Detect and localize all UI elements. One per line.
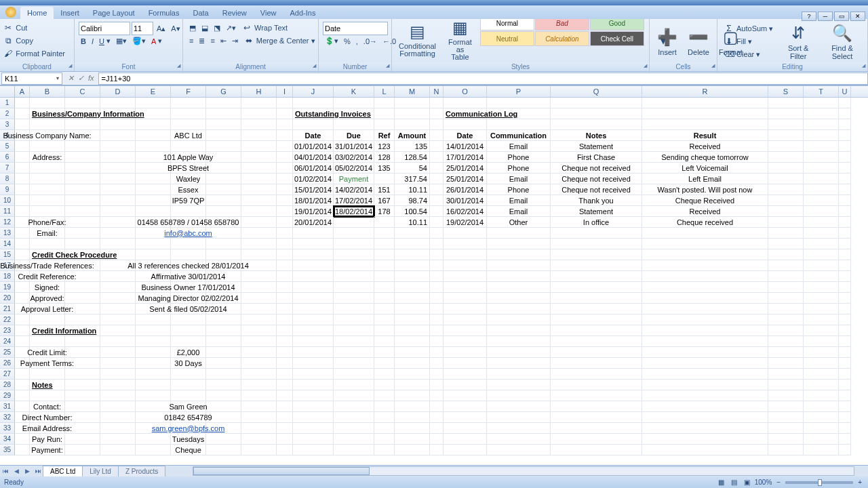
cell[interactable] <box>395 347 430 358</box>
cell[interactable]: Cheque not received <box>551 163 642 174</box>
cell[interactable] <box>30 239 65 249</box>
row-header[interactable]: 23 <box>0 325 15 336</box>
cell[interactable] <box>241 195 277 206</box>
cell[interactable] <box>136 195 171 206</box>
cell[interactable] <box>642 271 768 282</box>
zoom-in-button[interactable]: + <box>856 478 864 487</box>
cell[interactable] <box>136 445 171 455</box>
cell[interactable]: 54 <box>395 163 430 174</box>
cell[interactable] <box>277 163 293 174</box>
cell[interactable] <box>839 445 851 455</box>
number-format-select[interactable] <box>323 22 388 35</box>
cell[interactable] <box>293 304 334 314</box>
cell[interactable] <box>65 184 100 195</box>
cell[interactable] <box>430 217 443 228</box>
cell[interactable] <box>839 260 851 271</box>
cell[interactable] <box>334 260 374 271</box>
cell[interactable] <box>551 358 642 369</box>
cell[interactable]: 30 Days <box>171 358 206 369</box>
comma-button[interactable]: , <box>354 37 360 46</box>
cell[interactable] <box>293 358 334 369</box>
cell[interactable] <box>804 434 839 445</box>
cell[interactable] <box>206 98 241 108</box>
cell[interactable] <box>65 390 100 401</box>
cell[interactable] <box>487 380 551 390</box>
orientation-button[interactable]: ↗▾ <box>224 23 238 33</box>
cell[interactable] <box>804 249 839 260</box>
cell[interactable] <box>395 271 430 282</box>
cell[interactable] <box>277 108 293 119</box>
cell[interactable]: 100.54 <box>395 206 430 217</box>
cell[interactable] <box>642 228 768 239</box>
col-header-A[interactable]: A <box>15 86 30 97</box>
cell[interactable] <box>551 325 642 336</box>
cell[interactable] <box>804 98 839 108</box>
cell[interactable] <box>487 314 551 325</box>
cell[interactable] <box>551 293 642 304</box>
cell[interactable] <box>374 314 395 325</box>
cell[interactable] <box>277 282 293 293</box>
cell[interactable] <box>395 401 430 412</box>
cell[interactable] <box>443 369 487 380</box>
cell[interactable] <box>65 314 100 325</box>
row-header[interactable]: 22 <box>0 314 15 325</box>
cell[interactable] <box>804 195 839 206</box>
cell[interactable] <box>277 369 293 380</box>
cell[interactable] <box>430 184 443 195</box>
cell[interactable] <box>293 445 334 455</box>
view-layout-icon[interactable]: ▤ <box>729 478 739 487</box>
cell[interactable] <box>804 293 839 304</box>
col-header-R[interactable]: R <box>642 86 768 97</box>
cell[interactable] <box>277 412 293 423</box>
cell[interactable]: 18/01/2014 <box>293 195 334 206</box>
cell[interactable] <box>30 184 65 195</box>
row-header[interactable]: 5 <box>0 141 15 152</box>
cell[interactable] <box>15 239 30 249</box>
cell[interactable]: Signed: <box>30 282 65 293</box>
cell[interactable] <box>277 119 293 130</box>
cell[interactable] <box>642 325 768 336</box>
cell[interactable] <box>277 217 293 228</box>
col-header-Q[interactable]: Q <box>551 86 642 97</box>
cell[interactable]: Sam Green <box>171 401 206 412</box>
cell[interactable] <box>551 380 642 390</box>
cell[interactable]: 128 <box>374 152 395 163</box>
cell[interactable] <box>65 293 100 304</box>
cell[interactable] <box>293 401 334 412</box>
style-neutral[interactable]: Neutral <box>480 31 534 46</box>
cell[interactable]: 10.11 <box>395 217 430 228</box>
cell[interactable] <box>241 369 277 380</box>
cell[interactable] <box>804 282 839 293</box>
cell[interactable] <box>768 195 804 206</box>
col-header-I[interactable]: I <box>277 86 293 97</box>
cell[interactable] <box>334 445 374 455</box>
cell[interactable] <box>551 412 642 423</box>
indent-inc-button[interactable]: ⇥ <box>230 36 240 46</box>
cell[interactable] <box>642 108 768 119</box>
cell[interactable]: Sent & filed 05/02/2014 <box>171 304 206 314</box>
cell[interactable] <box>136 401 171 412</box>
min-window-icon[interactable]: ─ <box>818 12 833 21</box>
cell[interactable] <box>768 434 804 445</box>
cell[interactable] <box>100 434 136 445</box>
spreadsheet-grid[interactable]: ABCDEFGHIJKLMNOPQRSTU 12Business/Company… <box>0 85 868 465</box>
cell[interactable] <box>839 380 851 390</box>
cell[interactable] <box>487 98 551 108</box>
font-family-select[interactable] <box>79 22 130 35</box>
row-header[interactable]: 21 <box>0 304 15 314</box>
cell[interactable] <box>293 249 334 260</box>
cell[interactable] <box>395 380 430 390</box>
cell[interactable] <box>293 314 334 325</box>
cell[interactable] <box>804 174 839 184</box>
cell[interactable] <box>430 445 443 455</box>
cell[interactable] <box>395 314 430 325</box>
cell[interactable]: 14/01/2014 <box>443 141 487 152</box>
cell[interactable] <box>430 347 443 358</box>
cell[interactable] <box>551 271 642 282</box>
cell[interactable] <box>100 228 136 239</box>
cell[interactable] <box>430 304 443 314</box>
cell[interactable] <box>206 434 241 445</box>
cell[interactable] <box>241 206 277 217</box>
cell[interactable] <box>374 347 395 358</box>
cell[interactable] <box>65 380 100 390</box>
